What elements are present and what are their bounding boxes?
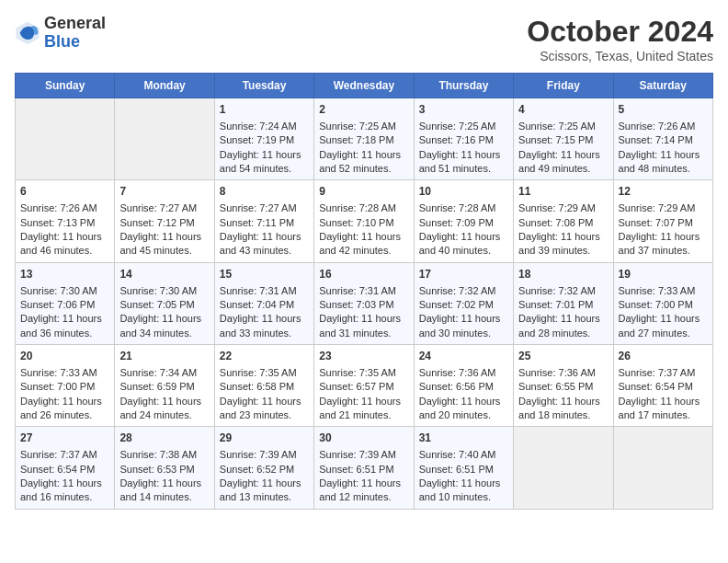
calendar-week-row: 27Sunrise: 7:37 AMSunset: 6:54 PMDayligh…	[16, 427, 713, 509]
daylight-text: Daylight: 11 hours and 17 minutes.	[619, 395, 708, 423]
sunset-text: Sunset: 6:56 PM	[419, 380, 508, 394]
sunrise-text: Sunrise: 7:34 AM	[119, 366, 209, 380]
day-number: 1	[220, 102, 309, 118]
day-number: 23	[319, 349, 408, 364]
daylight-text: Daylight: 11 hours and 28 minutes.	[518, 312, 608, 340]
daylight-text: Daylight: 11 hours and 26 minutes.	[20, 395, 109, 423]
calendar-cell: 8Sunrise: 7:27 AMSunset: 7:11 PMDaylight…	[214, 180, 313, 262]
daylight-text: Daylight: 11 hours and 42 minutes.	[319, 230, 408, 259]
calendar-cell: 25Sunrise: 7:36 AMSunset: 6:55 PMDayligh…	[514, 345, 613, 427]
logo-text: General Blue	[44, 15, 106, 52]
daylight-text: Daylight: 11 hours and 54 minutes.	[220, 148, 309, 177]
day-number: 7	[119, 184, 209, 200]
sunrise-text: Sunrise: 7:30 AM	[20, 284, 109, 298]
day-number: 18	[518, 267, 608, 282]
day-of-week-header: Saturday	[613, 74, 712, 98]
sunset-text: Sunset: 6:51 PM	[419, 463, 508, 477]
sunrise-text: Sunrise: 7:26 AM	[20, 201, 109, 215]
page-title: October 2024	[527, 15, 713, 49]
daylight-text: Daylight: 11 hours and 23 minutes.	[220, 395, 309, 423]
calendar-cell: 4Sunrise: 7:25 AMSunset: 7:15 PMDaylight…	[514, 98, 613, 180]
calendar-cell: 26Sunrise: 7:37 AMSunset: 6:54 PMDayligh…	[613, 345, 712, 427]
sunset-text: Sunset: 6:57 PM	[319, 380, 408, 394]
sunrise-text: Sunrise: 7:25 AM	[518, 120, 608, 133]
sunrise-text: Sunrise: 7:36 AM	[419, 366, 508, 380]
sunrise-text: Sunrise: 7:28 AM	[319, 201, 408, 215]
sunset-text: Sunset: 7:10 PM	[319, 216, 408, 230]
calendar-cell: 17Sunrise: 7:32 AMSunset: 7:02 PMDayligh…	[414, 262, 513, 344]
daylight-text: Daylight: 11 hours and 43 minutes.	[220, 230, 309, 259]
daylight-text: Daylight: 11 hours and 46 minutes.	[20, 230, 109, 259]
daylight-text: Daylight: 11 hours and 45 minutes.	[119, 230, 209, 259]
calendar-week-row: 20Sunrise: 7:33 AMSunset: 7:00 PMDayligh…	[16, 345, 713, 427]
day-number: 20	[20, 349, 109, 364]
sunrise-text: Sunrise: 7:29 AM	[619, 201, 708, 215]
sunrise-text: Sunrise: 7:37 AM	[20, 448, 109, 462]
sunrise-text: Sunrise: 7:24 AM	[220, 120, 309, 133]
calendar-cell: 19Sunrise: 7:33 AMSunset: 7:00 PMDayligh…	[613, 262, 712, 344]
day-number: 19	[619, 267, 708, 282]
sunrise-text: Sunrise: 7:31 AM	[319, 284, 408, 298]
sunset-text: Sunset: 7:11 PM	[220, 216, 309, 230]
sunset-text: Sunset: 7:14 PM	[619, 133, 708, 147]
calendar-cell: 7Sunrise: 7:27 AMSunset: 7:12 PMDaylight…	[115, 180, 214, 262]
day-number: 29	[220, 431, 309, 446]
daylight-text: Daylight: 11 hours and 27 minutes.	[619, 312, 708, 340]
calendar-cell: 27Sunrise: 7:37 AMSunset: 6:54 PMDayligh…	[16, 427, 115, 509]
daylight-text: Daylight: 11 hours and 51 minutes.	[419, 148, 508, 177]
day-number: 4	[518, 102, 608, 118]
calendar-cell: 20Sunrise: 7:33 AMSunset: 7:00 PMDayligh…	[16, 345, 115, 427]
calendar-cell: 18Sunrise: 7:32 AMSunset: 7:01 PMDayligh…	[514, 262, 613, 344]
calendar-cell: 13Sunrise: 7:30 AMSunset: 7:06 PMDayligh…	[16, 262, 115, 344]
day-number: 27	[20, 431, 109, 446]
day-number: 3	[419, 102, 508, 118]
day-number: 5	[619, 102, 708, 118]
day-of-week-header: Sunday	[16, 74, 115, 98]
sunset-text: Sunset: 7:05 PM	[119, 298, 209, 312]
day-of-week-header: Wednesday	[314, 74, 414, 98]
sunset-text: Sunset: 7:15 PM	[518, 133, 608, 147]
calendar-cell	[115, 98, 214, 180]
sunrise-text: Sunrise: 7:28 AM	[419, 201, 508, 215]
sunrise-text: Sunrise: 7:25 AM	[419, 120, 508, 133]
day-of-week-header: Friday	[514, 74, 613, 98]
day-number: 24	[419, 349, 508, 364]
calendar-cell	[613, 427, 712, 509]
sunrise-text: Sunrise: 7:36 AM	[518, 366, 608, 380]
calendar-cell: 9Sunrise: 7:28 AMSunset: 7:10 PMDaylight…	[314, 180, 414, 262]
calendar-cell: 23Sunrise: 7:35 AMSunset: 6:57 PMDayligh…	[314, 345, 414, 427]
sunrise-text: Sunrise: 7:26 AM	[619, 120, 708, 133]
title-block: October 2024 Scissors, Texas, United Sta…	[527, 15, 713, 63]
sunrise-text: Sunrise: 7:39 AM	[220, 448, 309, 462]
sunset-text: Sunset: 7:18 PM	[319, 133, 408, 147]
sunset-text: Sunset: 6:52 PM	[220, 463, 309, 477]
daylight-text: Daylight: 11 hours and 40 minutes.	[419, 230, 508, 259]
day-number: 28	[119, 431, 209, 446]
calendar-cell: 30Sunrise: 7:39 AMSunset: 6:51 PMDayligh…	[314, 427, 414, 509]
calendar-cell: 5Sunrise: 7:26 AMSunset: 7:14 PMDaylight…	[613, 98, 712, 180]
calendar-cell: 2Sunrise: 7:25 AMSunset: 7:18 PMDaylight…	[314, 98, 414, 180]
sunset-text: Sunset: 7:16 PM	[419, 133, 508, 147]
daylight-text: Daylight: 11 hours and 33 minutes.	[220, 312, 309, 340]
day-number: 26	[619, 349, 708, 364]
calendar-cell: 24Sunrise: 7:36 AMSunset: 6:56 PMDayligh…	[414, 345, 513, 427]
sunrise-text: Sunrise: 7:25 AM	[319, 120, 408, 133]
daylight-text: Daylight: 11 hours and 16 minutes.	[20, 477, 109, 505]
calendar-table: SundayMondayTuesdayWednesdayThursdayFrid…	[15, 73, 713, 510]
day-number: 6	[20, 184, 109, 200]
sunset-text: Sunset: 7:00 PM	[619, 298, 708, 312]
calendar-cell: 6Sunrise: 7:26 AMSunset: 7:13 PMDaylight…	[16, 180, 115, 262]
calendar-cell: 3Sunrise: 7:25 AMSunset: 7:16 PMDaylight…	[414, 98, 513, 180]
sunset-text: Sunset: 7:03 PM	[319, 298, 408, 312]
daylight-text: Daylight: 11 hours and 49 minutes.	[518, 148, 608, 177]
sunrise-text: Sunrise: 7:40 AM	[419, 448, 508, 462]
sunrise-text: Sunrise: 7:37 AM	[619, 366, 708, 380]
calendar-header: SundayMondayTuesdayWednesdayThursdayFrid…	[16, 74, 713, 98]
sunrise-text: Sunrise: 7:32 AM	[419, 284, 508, 298]
sunrise-text: Sunrise: 7:33 AM	[20, 366, 109, 380]
sunset-text: Sunset: 6:54 PM	[20, 463, 109, 477]
sunset-text: Sunset: 6:58 PM	[220, 380, 309, 394]
daylight-text: Daylight: 11 hours and 36 minutes.	[20, 312, 109, 340]
sunset-text: Sunset: 6:53 PM	[119, 463, 209, 477]
daylight-text: Daylight: 11 hours and 48 minutes.	[619, 148, 708, 177]
